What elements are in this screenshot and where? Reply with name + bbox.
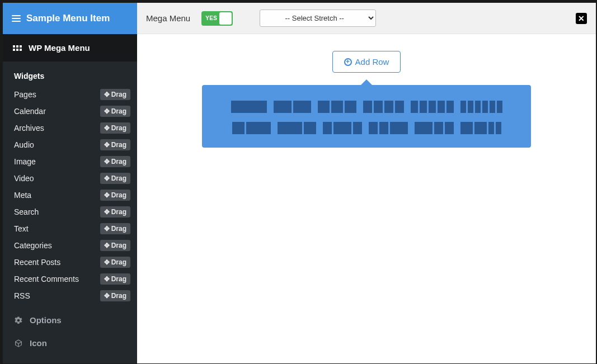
layout-col bbox=[438, 101, 445, 113]
tab-mega-menu[interactable]: WP Mega Menu bbox=[3, 34, 137, 62]
layout-col bbox=[474, 122, 487, 134]
drag-button[interactable]: ✥Drag bbox=[100, 156, 130, 167]
drag-label: Drag bbox=[111, 258, 126, 266]
layout-option[interactable] bbox=[231, 101, 267, 113]
layout-col bbox=[429, 101, 436, 113]
drag-button[interactable]: ✥Drag bbox=[100, 290, 130, 301]
move-icon: ✥ bbox=[104, 242, 110, 249]
layout-option[interactable] bbox=[460, 101, 502, 113]
layout-col bbox=[460, 122, 473, 134]
move-icon: ✥ bbox=[104, 209, 110, 215]
drag-label: Drag bbox=[111, 158, 126, 166]
stretch-select[interactable]: -- Select Stretch -- bbox=[260, 10, 376, 27]
widget-item: Search✥Drag bbox=[5, 204, 135, 220]
widget-label: Video bbox=[14, 174, 34, 183]
options-item[interactable]: Options bbox=[3, 309, 137, 332]
widget-label: Archives bbox=[14, 124, 44, 133]
move-icon: ✥ bbox=[104, 125, 110, 131]
widget-item: Archives✥Drag bbox=[5, 120, 135, 136]
widget-item: Image✥Drag bbox=[5, 153, 135, 170]
close-button[interactable]: ✕ bbox=[576, 13, 587, 24]
drag-button[interactable]: ✥Drag bbox=[100, 257, 130, 268]
drag-button[interactable]: ✥Drag bbox=[100, 122, 130, 134]
drag-label: Drag bbox=[111, 141, 126, 149]
move-icon: ✥ bbox=[104, 225, 110, 232]
move-icon: ✥ bbox=[104, 192, 110, 198]
drag-label: Drag bbox=[111, 174, 126, 182]
layout-option[interactable] bbox=[415, 122, 454, 134]
layout-col bbox=[333, 122, 351, 134]
layout-col bbox=[475, 101, 481, 113]
layout-col bbox=[293, 101, 311, 113]
widget-list: Pages✥DragCalendar✥DragArchives✥DragAudi… bbox=[3, 86, 137, 304]
layout-col bbox=[420, 101, 427, 113]
move-icon: ✥ bbox=[104, 292, 110, 299]
icon-item[interactable]: Icon bbox=[3, 332, 137, 354]
move-icon: ✥ bbox=[104, 259, 110, 266]
widget-label: Categories bbox=[14, 241, 52, 250]
drag-button[interactable]: ✥Drag bbox=[100, 223, 130, 234]
widget-item: Audio✥Drag bbox=[5, 136, 135, 153]
hamburger-icon[interactable] bbox=[12, 13, 21, 23]
mega-menu-toggle[interactable]: YES bbox=[201, 11, 233, 26]
layout-col bbox=[395, 101, 404, 113]
layout-option[interactable] bbox=[232, 122, 271, 134]
widget-item: Text✥Drag bbox=[5, 220, 135, 237]
drag-button[interactable]: ✥Drag bbox=[100, 273, 130, 285]
drag-label: Drag bbox=[111, 242, 126, 249]
layout-option[interactable] bbox=[363, 101, 404, 113]
drag-label: Drag bbox=[111, 124, 126, 132]
icon-label: Icon bbox=[30, 338, 47, 348]
drag-button[interactable]: ✥Drag bbox=[100, 206, 130, 218]
layout-col bbox=[411, 101, 418, 113]
widget-label: Calendar bbox=[14, 107, 46, 116]
widget-label: Pages bbox=[14, 90, 36, 99]
mega-menu-label: Mega Menu bbox=[146, 13, 190, 23]
layout-col bbox=[445, 122, 454, 134]
move-icon: ✥ bbox=[104, 175, 110, 182]
widget-label: Search bbox=[14, 207, 39, 216]
drag-button[interactable]: ✥Drag bbox=[100, 139, 130, 150]
layout-option[interactable] bbox=[323, 122, 362, 134]
drag-label: Drag bbox=[111, 191, 126, 199]
layout-col bbox=[434, 122, 443, 134]
move-icon: ✥ bbox=[104, 158, 110, 165]
add-row-button[interactable]: Add Row bbox=[332, 51, 401, 73]
toggle-state: YES bbox=[201, 15, 217, 21]
drag-button[interactable]: ✥Drag bbox=[100, 89, 130, 100]
canvas: Add Row bbox=[137, 34, 596, 363]
widget-label: Recent Comments bbox=[14, 275, 79, 283]
move-icon: ✥ bbox=[104, 141, 110, 148]
drag-button[interactable]: ✥Drag bbox=[100, 106, 130, 117]
layout-col bbox=[468, 101, 473, 113]
widget-item: Recent Comments✥Drag bbox=[5, 271, 135, 287]
layout-col bbox=[304, 122, 316, 134]
toggle-knob bbox=[219, 12, 232, 25]
layout-col bbox=[331, 101, 343, 113]
layout-col bbox=[232, 122, 245, 134]
layout-option[interactable] bbox=[274, 101, 311, 113]
layout-option[interactable] bbox=[411, 101, 454, 113]
layout-col bbox=[246, 122, 271, 134]
widgets-section-title: Widgets bbox=[3, 62, 137, 86]
layout-option[interactable] bbox=[318, 101, 356, 113]
widget-label: Audio bbox=[14, 140, 34, 149]
plus-circle-icon bbox=[344, 58, 352, 66]
layout-col bbox=[497, 101, 502, 113]
drag-button[interactable]: ✥Drag bbox=[100, 240, 130, 251]
layout-col bbox=[318, 101, 330, 113]
layout-col bbox=[446, 101, 454, 113]
layout-option[interactable] bbox=[460, 122, 501, 134]
layout-col bbox=[345, 101, 356, 113]
layout-col bbox=[369, 122, 378, 134]
add-row-label: Add Row bbox=[355, 57, 389, 67]
layout-col bbox=[278, 122, 302, 134]
layout-option[interactable] bbox=[278, 122, 316, 134]
widget-label: Text bbox=[14, 224, 29, 233]
widget-item: Calendar✥Drag bbox=[5, 103, 135, 120]
layout-option[interactable] bbox=[369, 122, 408, 134]
drag-button[interactable]: ✥Drag bbox=[100, 190, 130, 201]
widget-item: Meta✥Drag bbox=[5, 187, 135, 204]
drag-button[interactable]: ✥Drag bbox=[100, 173, 130, 184]
main-panel: Mega Menu YES -- Select Stretch -- ✕ Add… bbox=[137, 3, 596, 363]
